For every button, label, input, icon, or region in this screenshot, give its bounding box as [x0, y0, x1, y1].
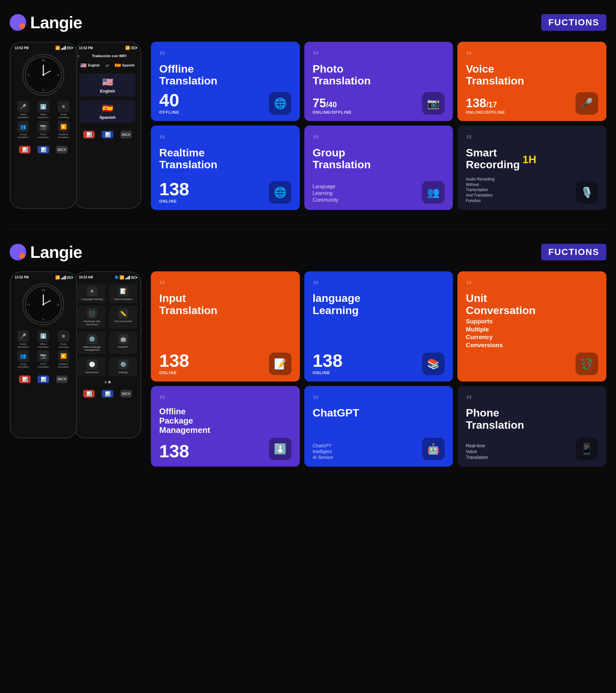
card-title-smart: SmartRecording [466, 147, 520, 171]
card-bottom-offline-pkg: 138 ⬇️ [159, 438, 291, 460]
card-language-learning[interactable]: " languageLearning 138 ONLINE 📚 [304, 271, 453, 381]
icon-group-trans[interactable]: 👥 Grouptranslation [14, 121, 33, 139]
menu-world-clock[interactable]: 🕐 World clock [78, 357, 106, 377]
icon-smart-rec-1[interactable]: ≡ Smartrecording [54, 101, 73, 119]
card-icon-input: 📝 [269, 353, 291, 375]
icon-photo-trans-1[interactable]: 📷 Phototranslation [34, 121, 53, 139]
lang-from[interactable]: 🇺🇸 English [80, 62, 100, 68]
lang-item-english[interactable]: 🇺🇸 English [80, 74, 136, 97]
card-input-translation[interactable]: " InputTranslation 138 ONLINE 📝 [151, 271, 300, 381]
card-desc-phone-trans: Real-timeVoiceTranslation [466, 443, 488, 460]
card-title-realtime: RealtimeTranslation [159, 147, 291, 171]
menu-offline-pkg[interactable]: ⚙️ Offline package management [78, 331, 106, 354]
card-phone-translation[interactable]: " PhoneTranslation Real-timeVoiceTransla… [457, 386, 607, 467]
card-unit-conversation[interactable]: " UnitConversation SupportsMultipleCurre… [457, 271, 607, 381]
menu-input-translation[interactable]: 📝 Input translation [109, 283, 137, 303]
lang-item-name-en: English [100, 88, 115, 94]
lang-to[interactable]: 🇪🇸 Spanish [115, 62, 135, 68]
card-voice-translation[interactable]: " VoiceTranslation 138/17 ONLINE/OFFLINE… [457, 42, 607, 121]
bottom-nav-4: 📊 📊 BACK [75, 387, 141, 401]
card-quote-1: " [159, 51, 291, 62]
card-smart-recording[interactable]: " SmartRecording 1H Audio RecordingWitho… [457, 125, 607, 210]
time-4: 10:53 AM [79, 276, 93, 279]
icon-online-trans[interactable]: 🎤 Onlinetranslation [14, 101, 33, 119]
menu-input-translation-label: Input translation [114, 298, 132, 301]
card-group-translation[interactable]: " GroupTranslation LanguageLearningCommu… [304, 125, 453, 210]
card-chatgpt[interactable]: " ChatGPT ChatGPTIntelligentAI Service 🤖 [304, 386, 453, 467]
nav-btn-back-4[interactable]: BACK [120, 390, 132, 398]
card-bottom-offline: 40 OFFLINE 🌐 [159, 91, 291, 115]
icon-photo-trans-1-box: 📷 [38, 121, 49, 132]
menu-chatgpt-icon: 🤖 [118, 334, 128, 344]
nav-btn-back-1[interactable]: BACK [56, 146, 68, 154]
card-photo-translation[interactable]: " PhotoTranslation 75/40 ONLINE/OFFLINE … [304, 42, 453, 121]
card-title-lang-learn: languageLearning [313, 292, 445, 316]
nav-btn-back-3[interactable]: BACK [56, 375, 68, 383]
icon-offline-trans-label: Offlinetranslation [38, 113, 49, 119]
card-title-input: InputTranslation [159, 292, 291, 316]
icon-online-trans-3[interactable]: 🎤 Onlinetranslation [14, 331, 33, 349]
sig3 [64, 47, 64, 50]
icon-realtime-trans-3[interactable]: ▶️ Realtimetranslation [54, 350, 73, 368]
svg-text:IX: IX [27, 303, 30, 306]
icon-group-trans-3[interactable]: 👥 Grouptranslation [14, 350, 33, 368]
menu-lang-learning[interactable]: ≡ Language learning [78, 283, 106, 303]
battery-2 [131, 46, 136, 49]
icon-smart-rec-1-box: ≡ [58, 101, 69, 113]
nav-btn-red-4[interactable]: 📊 [83, 390, 95, 398]
card-desc-smart: Audio RecordingWithoutTranscriptionAnd T… [466, 177, 494, 204]
icon-offline-trans-3-label: Offlinetranslation [38, 343, 49, 349]
lang-from-text: English [88, 64, 100, 67]
menu-settings[interactable]: ⚙️ Settings [109, 357, 137, 377]
back-arrow-2[interactable]: ‹ [78, 53, 79, 58]
nav-btn-red-2[interactable]: 📊 [83, 131, 95, 138]
nav-btn-blue-4[interactable]: 📊 [102, 390, 113, 398]
icon-smart-rec-3[interactable]: ≡ Smartrecording [54, 331, 73, 349]
card-realtime-translation[interactable]: " RealtimeTranslation 138 ONLINE 🌐 [151, 125, 300, 210]
icon-offline-trans-3[interactable]: ⬇️ Offlinetranslation [34, 331, 53, 349]
nav-icon-red-2: 📊 [86, 132, 92, 137]
lang-swap-icon[interactable]: ⇄ [105, 63, 109, 68]
nav-btn-back-2[interactable]: BACK [120, 131, 132, 138]
menu-world-clock-icon: 🕐 [87, 359, 97, 370]
flag-to: 🇪🇸 [115, 62, 121, 68]
nav-btn-blue-1[interactable]: 📊 [38, 146, 49, 154]
menu-lang-learning-icon: ≡ [87, 286, 97, 296]
bottom-nav-2: 📊 📊 BACK [75, 127, 141, 142]
icon-smart-rec-3-label: Smartrecording [58, 343, 68, 349]
lang-item-flag-es: 🇪🇸 [102, 103, 113, 114]
phone-3: 13:52 PM 📶 X [9, 271, 77, 438]
fuctions-badge-2: FUCTIONS [541, 244, 607, 260]
card-offline-translation[interactable]: " OfflineTranslation 40 OFFLINE 🌐 [151, 42, 300, 121]
card-title-offline-pkg: OfflinePackageManagement [159, 407, 291, 435]
card-offline-package[interactable]: " OfflinePackageManagement 138 ⬇️ [151, 386, 300, 467]
menu-chatgpt[interactable]: 🤖 ChatGPT [109, 331, 137, 354]
icon-photo-trans-3[interactable]: 📷 Phototranslation [34, 350, 53, 368]
card-title-photo: PhotoTranslation [313, 63, 445, 87]
icon-offline-trans-box: ⬇️ [38, 101, 49, 113]
icon-offline-trans[interactable]: ⬇️ Offlinetranslation [34, 101, 53, 119]
status-icons-3: 📶 [55, 275, 72, 280]
phone2-title: Traducción con WIFI [81, 54, 137, 58]
nav-btn-blue-2[interactable]: 📊 [102, 131, 113, 138]
bottom-nav-1: 📊 📊 BACK [10, 143, 76, 157]
wifi-icon-3: 📶 [55, 275, 60, 280]
nav-btn-blue-3[interactable]: 📊 [38, 375, 49, 383]
card-count-input: 138 [159, 352, 189, 370]
icons-grid-3: 🎤 Onlinetranslation ⬇️ Offlinetranslatio… [10, 328, 76, 371]
icon-realtime-trans-1[interactable]: ▶️ Realtimetranslation [54, 121, 73, 139]
nav-icon-red-1: 📊 [22, 147, 27, 152]
card-quote-2: " [313, 51, 445, 62]
lang-item-spanish[interactable]: 🇪🇸 Spanish [80, 100, 136, 123]
nav-icon-blue-1: 📊 [41, 147, 46, 152]
icon-photo-trans-1-label: Phototranslation [38, 133, 49, 139]
card-icon-smart: 🎙️ [576, 181, 598, 204]
nav-btn-red-1[interactable]: 📊 [19, 146, 30, 154]
card-quote-6: " [466, 135, 598, 145]
logo-2: Langie [9, 242, 82, 262]
menu-exchange-rate[interactable]: 💱 Exchange rate conversion [78, 306, 106, 329]
card-icon-voice: 🎤 [576, 92, 598, 115]
lang-item-flag-en: 🇺🇸 [102, 77, 113, 87]
menu-unit-conversion[interactable]: 📏 Unit conversion [109, 306, 137, 329]
nav-btn-red-3[interactable]: 📊 [19, 375, 30, 383]
